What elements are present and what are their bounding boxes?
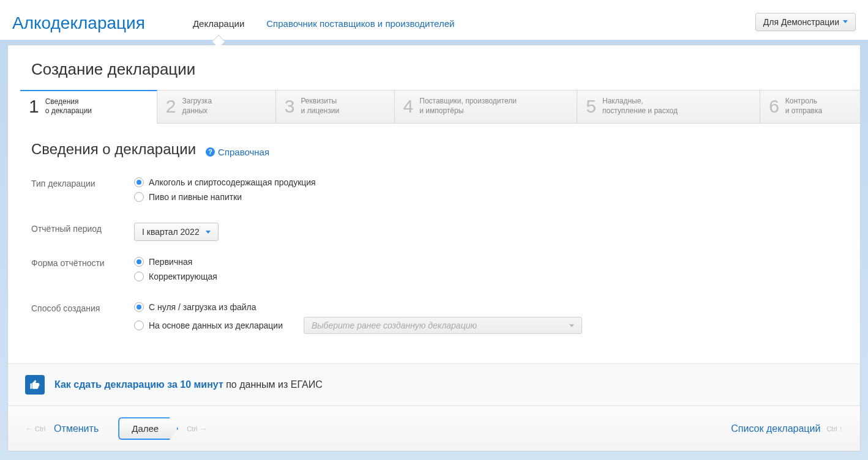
declarations-list-link[interactable]: Список деклараций [731,423,820,434]
step-6[interactable]: 6 Контрольи отправка [760,90,860,124]
promo-banner: Как сдать декларацию за 10 минут по данн… [8,363,860,406]
footer: ← Ctrl Отменить Далее Ctrl → Список декл… [8,406,860,451]
app-title: Алкодекларация [12,11,145,33]
step-label: Реквизитыи лицензии [301,97,339,116]
period-select[interactable]: I квартал 2022 [134,223,219,241]
topbar: Алкодекларация Декларации Справочник пос… [0,0,868,40]
step-2[interactable]: 2 Загрузкаданных [157,90,276,124]
radio-kind-correcting[interactable]: Корректирующая [134,272,837,281]
section-title: Сведения о декларации [31,141,196,158]
radio-icon [134,321,144,330]
step-4[interactable]: 4 Поставщики, производителии импортёры [395,90,578,124]
help-icon: ? [206,147,215,157]
page-title: Создание декларации [8,45,860,90]
row-method: Способ создания С нуля / загрузка из фай… [31,302,837,339]
radio-label: Алкоголь и спиртосодержащая продукция [149,177,316,187]
step-number: 4 [403,97,414,116]
label-method: Способ создания [31,302,134,339]
radio-icon [134,302,144,312]
step-label: Накладные,поступление и расход [602,97,678,116]
field-method: С нуля / загрузка из файла На основе дан… [134,302,837,339]
wizard-steps: 1 Сведенияо декларации 2 Загрузкаданных … [8,90,860,124]
cancel-link[interactable]: Отменить [54,423,99,434]
content: Сведения о декларации ? Справочная Тип д… [8,124,860,363]
promo-suffix: по данным из ЕГАИС [223,379,323,390]
step-3[interactable]: 3 Реквизитыи лицензии [276,90,395,124]
radio-label: Корректирующая [149,272,217,281]
help-link[interactable]: ? Справочная [206,147,269,157]
radio-label: Первичная [149,257,192,267]
row-period: Отчётный период I квартал 2022 [31,223,837,241]
arrow-right-icon: → [199,424,207,433]
based-select-placeholder: Выберите ранее созданную декларацию [312,321,477,330]
radio-icon [134,177,144,187]
label-kind: Форма отчётности [31,257,134,286]
user-dropdown[interactable]: Для Демонстрации [755,13,856,31]
step-number: 1 [29,97,39,116]
nav-tabs: Декларации Справочник поставщиков и прои… [182,4,466,40]
thumbs-up-icon [25,375,45,395]
next-button[interactable]: Далее [118,417,178,440]
radio-type-alcohol[interactable]: Алкоголь и спиртосодержащая продукция [134,177,837,187]
field-period: I квартал 2022 [134,223,837,241]
chevron-down-icon [569,324,574,327]
label-period: Отчётный период [31,223,134,241]
radio-icon [134,192,144,202]
arrow-left-icon: ← [25,424,33,433]
field-type: Алкоголь и спиртосодержащая продукция Пи… [134,177,837,207]
chevron-down-icon [843,20,848,23]
radio-label: На основе данных из декларации [149,321,283,330]
hint-next: Ctrl → [187,424,207,433]
step-label: Контрольи отправка [785,97,822,116]
step-1[interactable]: 1 Сведенияо декларации [20,90,157,124]
step-label: Поставщики, производителии импортёры [419,97,517,116]
radio-label: Пиво и пивные напитки [149,192,242,202]
user-dropdown-label: Для Демонстрации [763,17,839,27]
radio-icon [134,272,144,281]
step-label: Загрузкаданных [182,97,212,116]
main-panel: Создание декларации 1 Сведенияо декларац… [7,45,861,451]
radio-kind-primary[interactable]: Первичная [134,257,837,267]
hint-prev: ← Ctrl [25,424,45,433]
nav-tab-suppliers[interactable]: Справочник поставщиков и производителей [255,18,465,40]
radio-method-based[interactable]: На основе данных из декларации Выберите … [134,317,837,334]
step-number: 6 [769,97,779,116]
radio-type-beer[interactable]: Пиво и пивные напитки [134,192,837,202]
step-number: 3 [285,97,295,116]
step-5[interactable]: 5 Накладные,поступление и расход [577,90,760,124]
based-declaration-select: Выберите ранее созданную декларацию [304,317,582,334]
step-number: 2 [166,97,176,116]
chevron-down-icon [206,231,211,234]
step-label: Сведенияо декларации [45,97,92,116]
row-type: Тип декларации Алкоголь и спиртосодержащ… [31,177,837,207]
arrow-up-icon: ↑ [839,424,844,433]
section-title-row: Сведения о декларации ? Справочная [31,141,837,158]
radio-icon [134,257,144,267]
row-kind: Форма отчётности Первичная Корректирующа… [31,257,837,286]
hint-up: Ctrl ↑ [826,424,843,433]
field-kind: Первичная Корректирующая [134,257,837,286]
radio-label: С нуля / загрузка из файла [149,302,256,312]
period-select-value: I квартал 2022 [142,227,200,237]
help-link-label: Справочная [218,147,269,157]
footer-right: Список деклараций Ctrl ↑ [731,423,843,434]
promo-link: Как сдать декларацию за 10 минут [54,379,223,390]
radio-method-scratch[interactable]: С нуля / загрузка из файла [134,302,837,312]
label-type: Тип декларации [31,177,134,207]
nav-tab-declarations[interactable]: Декларации [182,18,255,40]
promo-text[interactable]: Как сдать декларацию за 10 минут по данн… [54,379,323,390]
step-number: 5 [586,97,596,116]
